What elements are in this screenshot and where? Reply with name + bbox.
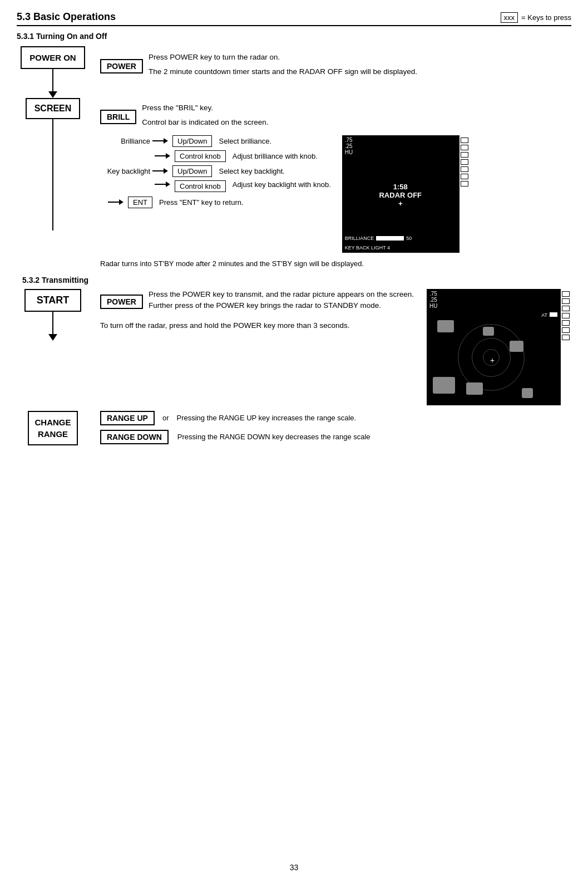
select-key-backlight: Select key backlight. — [219, 167, 285, 175]
brill-screen-value: 50 — [406, 236, 412, 241]
radar-scale3: HU — [345, 149, 353, 155]
side-btn2-6[interactable] — [562, 327, 570, 333]
radar-display-1: .75 .25 HU 1:58 RADAR OFF + — [342, 135, 470, 253]
updown-key-1[interactable]: Up/Down — [172, 135, 212, 147]
keys-legend-text: = Keys to press — [521, 13, 571, 22]
page-title: 5.3 Basic Operations — [17, 11, 116, 23]
section-531-title: 5.3.1 Turning On and Off — [17, 32, 107, 41]
side-btn2-7[interactable] — [562, 335, 570, 340]
side-btn-4[interactable] — [461, 159, 468, 165]
side-btn-3[interactable] — [461, 152, 468, 158]
side-btn-7[interactable] — [461, 181, 468, 187]
at-label: AT — [541, 312, 547, 318]
side-btn2-1[interactable] — [562, 291, 570, 297]
power-on-state: POWER ON — [21, 46, 85, 69]
keys-legend-box: xxx — [501, 12, 518, 23]
keys-legend: xxx = Keys to press — [501, 12, 571, 23]
range-up-key[interactable]: RANGE UP — [100, 411, 155, 425]
power-desc1: Press POWER key to turn the radar on. — [149, 52, 417, 63]
radar-display-2: .75 .25 HU AT + — [427, 289, 571, 405]
ent-desc: Press "ENT" key to return. — [159, 198, 244, 207]
radar-scale1: .75 — [345, 137, 353, 143]
radar-scale2: .25 — [345, 143, 353, 149]
side-btn-2[interactable] — [461, 145, 468, 150]
range-down-key[interactable]: RANGE DOWN — [100, 430, 169, 444]
side-btn-6[interactable] — [461, 174, 468, 179]
radar-side-buttons-2 — [560, 289, 571, 405]
radar2-scale3: HU — [429, 303, 437, 309]
at-bar — [550, 312, 557, 317]
control-knob-2[interactable]: Control knob — [175, 180, 226, 192]
keyback-screen-label: KEY BACK LIGHT 4 — [345, 245, 390, 251]
side-btn2-3[interactable] — [562, 306, 570, 311]
ent-key[interactable]: ENT — [128, 197, 152, 208]
brill-desc2: Control bar is indicated on the screen. — [142, 117, 268, 128]
range-down-desc: Pressing the RANGE DOWN key decreases th… — [177, 433, 370, 441]
power-desc2: The 2 minute countdown timer starts and … — [149, 66, 417, 77]
transmit-desc1: Press the POWER key to transmit, and the… — [149, 289, 416, 312]
select-brilliance: Select brilliance. — [219, 137, 271, 145]
side-btn2-4[interactable] — [562, 313, 570, 318]
side-btn-1[interactable] — [461, 138, 468, 143]
radar2-scale2: .25 — [429, 297, 437, 303]
radar-side-buttons — [459, 135, 470, 253]
brilliance-label: Brilliance — [100, 137, 150, 145]
start-state: START — [24, 289, 82, 312]
side-btn2-2[interactable] — [562, 298, 570, 304]
page-header: 5.3 Basic Operations xxx = Keys to press — [17, 11, 571, 26]
range-up-desc: Pressing the RANGE UP key increases the … — [176, 414, 356, 422]
brill-key[interactable]: BRILL — [100, 110, 136, 124]
updown-key-2[interactable]: Up/Down — [172, 165, 212, 177]
key-backlight-label: Key backlight — [100, 167, 150, 175]
control-knob-1[interactable]: Control knob — [175, 150, 226, 162]
section-532-title: 5.3.2 Transmitting — [22, 276, 88, 284]
screen-state: SCREEN — [26, 98, 81, 119]
power-key-2[interactable]: POWER — [100, 295, 143, 309]
radar-plus: + — [379, 199, 422, 208]
power-key-1[interactable]: POWER — [100, 59, 143, 73]
radar-countdown: 1:58 — [379, 183, 422, 191]
brill-screen-label: BRILLIANCE — [345, 236, 374, 241]
page-footer: 33 — [0, 863, 588, 872]
change-range-state: CHANGE RANGE — [28, 411, 77, 445]
radar-mode: RADAR OFF — [379, 191, 422, 199]
transmit-desc2: To turn off the radar, press and hold th… — [100, 320, 416, 331]
stby-note: Radar turns into ST'BY mode after 2 minu… — [100, 259, 571, 268]
side-btn-5[interactable] — [461, 166, 468, 172]
page-number: 33 — [290, 863, 299, 872]
adjust-brill: Adjust brilliance with knob. — [233, 152, 318, 160]
side-btn2-5[interactable] — [562, 320, 570, 326]
adjust-key-back: Adjust key backlight with knob. — [233, 180, 331, 189]
or-text: or — [162, 414, 169, 422]
brill-desc1: Press the "BRIL" key. — [142, 102, 268, 114]
radar2-scale1: .75 — [429, 291, 437, 297]
